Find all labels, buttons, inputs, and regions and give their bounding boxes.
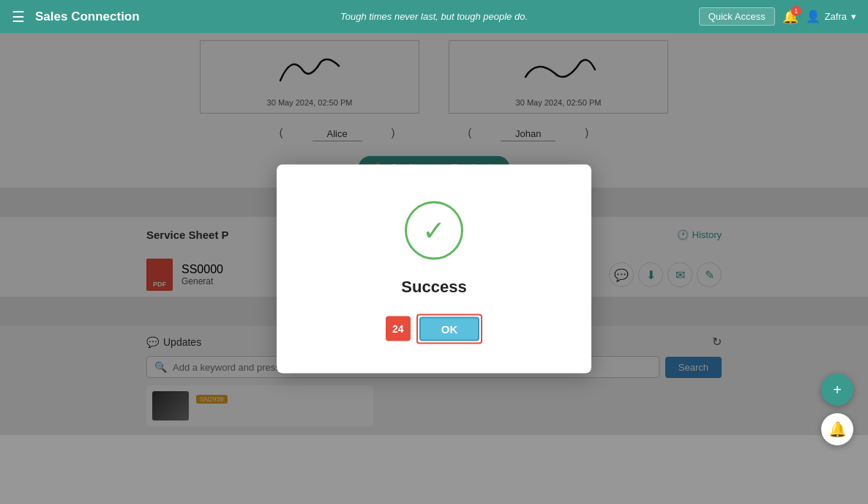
success-modal: ✓ Success 24 OK [277, 164, 591, 373]
checkmark-icon: ✓ [422, 216, 446, 244]
brand-title: Sales Connection [35, 10, 140, 24]
hamburger-icon[interactable]: ☰ [12, 8, 25, 26]
timer-badge: 24 [386, 316, 411, 341]
modal-buttons: 24 OK [386, 314, 483, 344]
chevron-down-icon: ▾ [851, 11, 856, 22]
navbar-left: ☰ Sales Connection [12, 8, 140, 26]
success-circle: ✓ [405, 201, 463, 259]
fab-area: + 🔔 [821, 374, 853, 445]
notification-icon[interactable]: 🔔 1 [782, 9, 798, 25]
navbar-tagline: Tough times never last, but tough people… [340, 11, 528, 22]
ok-button[interactable]: OK [419, 316, 480, 341]
notification-badge: 1 [791, 6, 801, 16]
user-menu-button[interactable]: 👤 Zafra ▾ [806, 10, 856, 23]
fab-bell-button[interactable]: 🔔 [821, 413, 853, 445]
user-icon: 👤 [806, 10, 820, 23]
user-name: Zafra [825, 11, 847, 22]
navbar-right: Quick Access 🔔 1 👤 Zafra ▾ [699, 7, 856, 26]
fab-add-button[interactable]: + [821, 374, 853, 406]
ok-button-wrapper: OK [416, 314, 483, 344]
success-text: Success [401, 277, 466, 296]
quick-access-button[interactable]: Quick Access [699, 7, 775, 26]
main-content: 30 May 2024, 02:50 PM 30 May 2024, 02:50… [0, 33, 868, 504]
navbar: ☰ Sales Connection Tough times never las… [0, 0, 868, 33]
